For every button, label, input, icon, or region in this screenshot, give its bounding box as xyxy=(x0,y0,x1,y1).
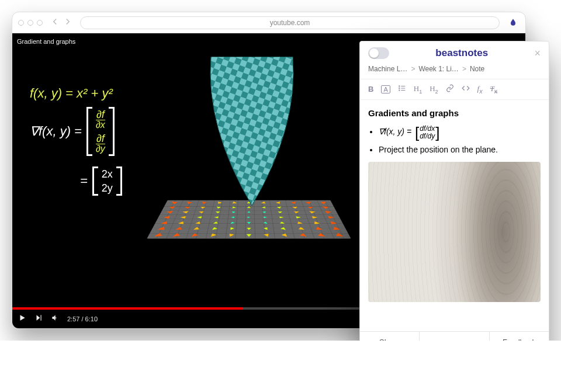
note-item-formula: ∇f(x, y) = [df/dxdf/dy] xyxy=(379,125,541,140)
h2-button[interactable]: H2 xyxy=(430,84,438,95)
window-controls[interactable] xyxy=(18,20,43,26)
browser-chrome: youtube.com xyxy=(12,12,525,33)
svg-point-6 xyxy=(399,88,399,89)
play-button[interactable] xyxy=(18,314,26,324)
volume-button[interactable] xyxy=(51,314,59,324)
save-button[interactable]: Save xyxy=(419,332,490,341)
code-button[interactable] xyxy=(462,84,470,94)
video-3d-graphic xyxy=(158,65,340,276)
video-time: 2:57 / 6:10 xyxy=(67,315,98,322)
note-heading: Gradients and graphs xyxy=(368,108,541,118)
crumb-course[interactable]: Machine L… xyxy=(368,65,407,73)
feedback-button[interactable]: Feedback xyxy=(490,332,549,341)
video-title: Gradient and graphs xyxy=(17,38,75,45)
address-bar[interactable]: youtube.com xyxy=(80,16,500,29)
bold-button[interactable]: B xyxy=(368,85,373,93)
breadcrumb: Machine L… > Week 1: Li… > Note xyxy=(360,65,549,79)
capture-toggle[interactable] xyxy=(368,47,389,59)
share-button[interactable]: Share xyxy=(360,332,419,341)
crumb-week[interactable]: Week 1: Li… xyxy=(418,65,458,73)
clear-format-button[interactable]: Tx xyxy=(490,84,498,95)
formula-button[interactable]: fx xyxy=(477,84,483,95)
list-button[interactable] xyxy=(398,84,406,94)
note-image xyxy=(368,162,541,302)
beastnotes-extension-icon[interactable] xyxy=(507,16,520,29)
svg-point-8 xyxy=(399,90,399,91)
note-item-text: Project the position on the plane. xyxy=(379,144,541,156)
close-icon[interactable]: × xyxy=(534,48,541,58)
beastnotes-panel: beastnotes × Machine L… > Week 1: Li… > … xyxy=(359,41,549,341)
note-body[interactable]: Gradients and graphs ∇f(x, y) = [df/dxdf… xyxy=(360,100,549,331)
panel-footer: Share Courses Save Feedback Logout xyxy=(360,331,549,341)
video-equations: f(x, y) = x² + y² ∇f(x, y) = ∂f∂x ∂f∂y = xyxy=(30,86,122,196)
next-button[interactable] xyxy=(34,314,43,324)
h1-button[interactable]: H1 xyxy=(414,84,422,95)
editor-toolbar: B A H1 H2 fx Tx xyxy=(360,79,549,100)
forward-button[interactable] xyxy=(63,16,73,29)
svg-point-4 xyxy=(399,86,399,86)
brand-title: beastnotes xyxy=(435,47,488,59)
highlight-button[interactable]: A xyxy=(381,85,390,93)
link-button[interactable] xyxy=(446,84,454,94)
crumb-note[interactable]: Note xyxy=(470,65,484,73)
back-button[interactable] xyxy=(50,16,60,29)
